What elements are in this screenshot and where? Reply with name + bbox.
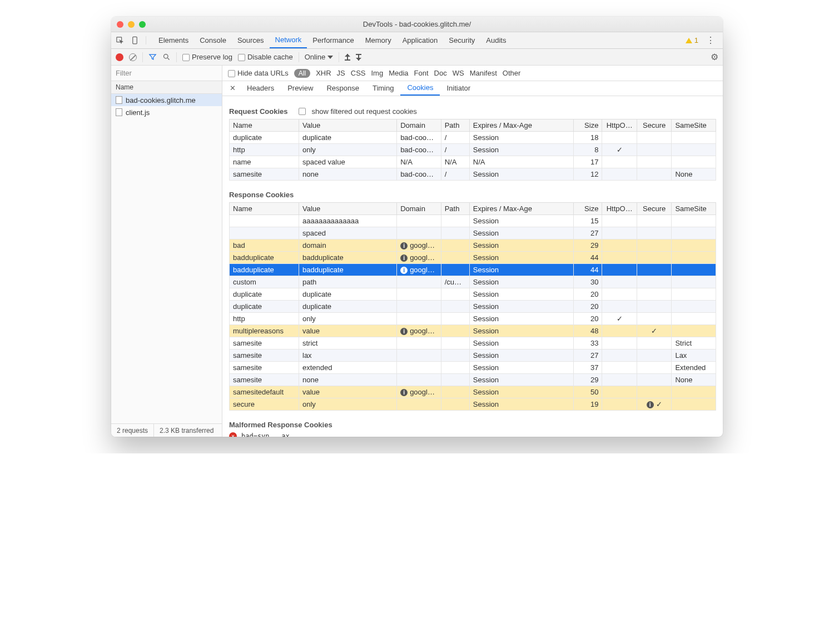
maximize-window-button[interactable] xyxy=(139,21,146,28)
cookie-row[interactable]: samesitedefaultvalueigoogl…Session50 xyxy=(230,386,716,398)
filter-type-css[interactable]: CSS xyxy=(351,69,366,77)
clear-button[interactable] xyxy=(129,53,137,61)
column-header-secure[interactable]: Secure xyxy=(637,202,672,214)
filter-type-other[interactable]: Other xyxy=(503,69,521,77)
tab-sources[interactable]: Sources xyxy=(232,32,270,48)
cookie-row[interactable]: multiplereasonsvalueigoogl…Session48✓ xyxy=(230,325,716,337)
filter-input[interactable] xyxy=(111,66,222,81)
hide-data-urls-checkbox[interactable]: Hide data URLs xyxy=(228,69,289,77)
request-row[interactable]: bad-cookies.glitch.me xyxy=(111,94,222,106)
column-header-path[interactable]: Path xyxy=(441,202,469,214)
column-header-httponly[interactable]: HttpO… xyxy=(602,202,637,214)
filter-type-img[interactable]: Img xyxy=(371,69,383,77)
filter-type-ws[interactable]: WS xyxy=(453,69,464,77)
cookie-row[interactable]: duplicateduplicateSession20 xyxy=(230,300,716,312)
device-icon[interactable] xyxy=(131,36,139,44)
filter-type-doc[interactable]: Doc xyxy=(434,69,447,77)
warnings-badge[interactable]: 1 xyxy=(686,36,698,44)
info-icon: i xyxy=(400,328,408,335)
cookie-row[interactable]: samesitenoneSession29None xyxy=(230,373,716,386)
filter-type-font[interactable]: Font xyxy=(414,69,429,77)
cookie-row[interactable]: duplicateduplicateSession20 xyxy=(230,288,716,300)
info-icon: i xyxy=(647,401,654,408)
subtab-cookies[interactable]: Cookies xyxy=(400,81,440,96)
subtab-response[interactable]: Response xyxy=(320,81,366,96)
request-list-sidebar: Name bad-cookies.glitch.meclient.js 2 re… xyxy=(111,81,222,437)
column-header-domain[interactable]: Domain xyxy=(397,202,441,214)
show-filtered-checkbox[interactable]: show filtered out request cookies xyxy=(299,107,416,116)
filter-type-all[interactable]: All xyxy=(294,69,310,78)
minimize-window-button[interactable] xyxy=(128,21,135,28)
column-header-size[interactable]: Size xyxy=(574,119,602,131)
column-header-httponly[interactable]: HttpO… xyxy=(602,119,637,131)
tab-memory[interactable]: Memory xyxy=(360,32,397,48)
subtab-timing[interactable]: Timing xyxy=(366,81,401,96)
throttle-select[interactable]: Online xyxy=(305,53,334,61)
cookie-row[interactable]: samesitelaxSession27Lax xyxy=(230,349,716,361)
column-header-name[interactable]: Name xyxy=(230,202,299,214)
column-header-name[interactable]: Name xyxy=(230,119,299,131)
preserve-log-checkbox[interactable]: Preserve log xyxy=(182,53,232,61)
cookie-row[interactable]: duplicateduplicatebad-coo…/Session18 xyxy=(230,131,716,143)
cookie-row[interactable]: samesitestrictSession33Strict xyxy=(230,337,716,349)
subtab-headers[interactable]: Headers xyxy=(240,81,281,96)
column-header-size[interactable]: Size xyxy=(574,202,602,214)
tab-audits[interactable]: Audits xyxy=(480,32,512,48)
close-details-icon[interactable]: ✕ xyxy=(225,84,240,92)
tab-console[interactable]: Console xyxy=(194,32,232,48)
column-header-value[interactable]: Value xyxy=(299,202,397,214)
cookie-row[interactable]: badduplicatebadduplicateigoogl…Session44 xyxy=(230,251,716,263)
cookie-row[interactable]: samesitenonebad-coo…/Session12None xyxy=(230,168,716,180)
cookie-row[interactable]: secureonlySession19i✓ xyxy=(230,398,716,410)
filter-type-manifest[interactable]: Manifest xyxy=(470,69,497,77)
filter-type-media[interactable]: Media xyxy=(389,69,408,77)
column-header-value[interactable]: Value xyxy=(299,119,397,131)
request-cookies-table[interactable]: NameValueDomainPathExpires / Max-AgeSize… xyxy=(229,119,716,181)
cookie-row[interactable]: custompath/cu…Session30 xyxy=(230,276,716,288)
tab-security[interactable]: Security xyxy=(443,32,480,48)
cookie-row[interactable]: namespaced valueN/AN/AN/A17 xyxy=(230,156,716,168)
network-toolbar: Preserve log Disable cache Online ⚙ xyxy=(111,49,723,66)
response-cookies-table[interactable]: NameValueDomainPathExpires / Max-AgeSize… xyxy=(229,202,716,411)
document-icon xyxy=(116,96,122,104)
subtab-preview[interactable]: Preview xyxy=(281,81,320,96)
download-icon[interactable] xyxy=(356,54,361,61)
cookie-row[interactable]: httponlySession20✓ xyxy=(230,312,716,325)
request-row[interactable]: client.js xyxy=(111,106,222,118)
column-header-domain[interactable]: Domain xyxy=(397,119,441,131)
tab-elements[interactable]: Elements xyxy=(153,32,194,48)
tab-network[interactable]: Network xyxy=(270,32,307,48)
titlebar[interactable]: DevTools - bad-cookies.glitch.me/ xyxy=(111,17,723,32)
cookie-row[interactable]: samesiteextendedSession37Extended xyxy=(230,361,716,373)
filter-type-js[interactable]: JS xyxy=(337,69,345,77)
kebab-menu-icon[interactable]: ⋮ xyxy=(703,35,718,46)
response-cookies-title: Response Cookies xyxy=(229,191,294,199)
warnings-count: 1 xyxy=(694,36,698,44)
column-header-expires[interactable]: Expires / Max-Age xyxy=(469,119,574,131)
column-header-samesite[interactable]: SameSite xyxy=(672,119,716,131)
cookie-row[interactable]: httponlybad-coo…/Session8✓ xyxy=(230,143,716,156)
record-button[interactable] xyxy=(116,53,123,61)
disable-cache-checkbox[interactable]: Disable cache xyxy=(238,53,293,61)
subtab-initiator[interactable]: Initiator xyxy=(440,81,477,96)
column-header-secure[interactable]: Secure xyxy=(637,119,672,131)
column-header-expires[interactable]: Expires / Max-Age xyxy=(469,202,574,214)
sidebar-header[interactable]: Name xyxy=(111,81,222,94)
filter-bar: Hide data URLs AllXHRJSCSSImgMediaFontDo… xyxy=(111,66,723,81)
filter-icon[interactable] xyxy=(148,53,157,61)
svg-rect-1 xyxy=(133,37,137,44)
cookie-row[interactable]: spacedSession27 xyxy=(230,227,716,239)
column-header-samesite[interactable]: SameSite xyxy=(672,202,716,214)
tab-application[interactable]: Application xyxy=(397,32,444,48)
inspect-icon[interactable] xyxy=(116,36,124,44)
cookie-row[interactable]: badduplicatebadduplicateigoogl…Session44 xyxy=(230,263,716,276)
cookie-row[interactable]: baddomainigoogl…Session29 xyxy=(230,239,716,251)
search-icon[interactable] xyxy=(162,53,171,61)
tab-performance[interactable]: Performance xyxy=(307,32,359,48)
filter-type-xhr[interactable]: XHR xyxy=(316,69,331,77)
close-window-button[interactable] xyxy=(117,21,123,28)
settings-gear-icon[interactable]: ⚙ xyxy=(711,52,718,62)
column-header-path[interactable]: Path xyxy=(441,119,469,131)
upload-icon[interactable] xyxy=(345,54,350,61)
cookie-row[interactable]: aaaaaaaaaaaaaaSession15 xyxy=(230,214,716,227)
